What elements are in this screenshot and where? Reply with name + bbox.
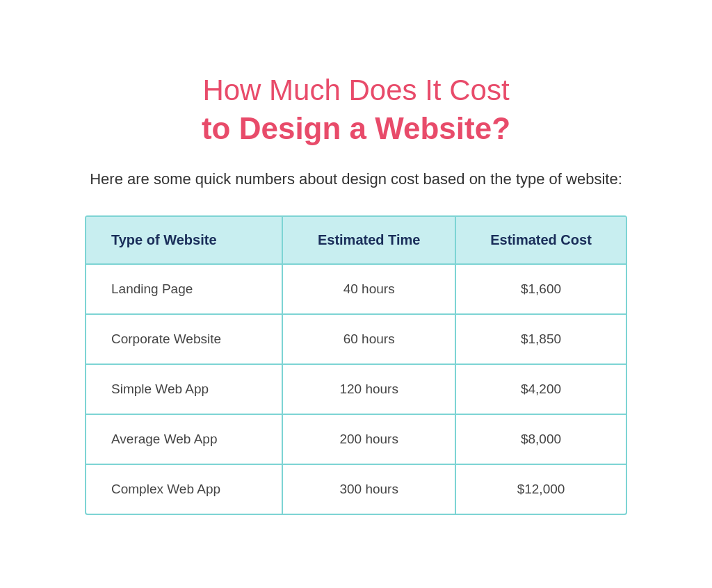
title-line1: How Much Does It Cost [85, 73, 627, 108]
cell-cost: $8,000 [455, 414, 626, 464]
table-body: Landing Page40 hours$1,600Corporate Webs… [86, 264, 626, 514]
cell-type: Simple Web App [86, 364, 282, 414]
cell-cost: $1,850 [455, 314, 626, 364]
cell-time: 40 hours [282, 264, 455, 314]
table-row: Complex Web App300 hours$12,000 [86, 464, 626, 514]
main-container: How Much Does It Cost to Design a Websit… [71, 45, 641, 543]
cell-type: Landing Page [86, 264, 282, 314]
table-row: Landing Page40 hours$1,600 [86, 264, 626, 314]
table-header-row: Type of Website Estimated Time Estimated… [86, 217, 626, 264]
cell-time: 200 hours [282, 414, 455, 464]
cell-type: Complex Web App [86, 464, 282, 514]
table-row: Corporate Website60 hours$1,850 [86, 314, 626, 364]
title-line2: to Design a Website? [85, 108, 627, 148]
cell-time: 300 hours [282, 464, 455, 514]
col-header-type: Type of Website [86, 217, 282, 264]
table-row: Simple Web App120 hours$4,200 [86, 364, 626, 414]
pricing-table: Type of Website Estimated Time Estimated… [86, 217, 626, 514]
table-row: Average Web App200 hours$8,000 [86, 414, 626, 464]
col-header-cost: Estimated Cost [455, 217, 626, 264]
cell-type: Corporate Website [86, 314, 282, 364]
cell-time: 60 hours [282, 314, 455, 364]
cell-type: Average Web App [86, 414, 282, 464]
subtitle: Here are some quick numbers about design… [85, 168, 627, 190]
cell-cost: $12,000 [455, 464, 626, 514]
col-header-time: Estimated Time [282, 217, 455, 264]
pricing-table-wrapper: Type of Website Estimated Time Estimated… [85, 215, 627, 515]
cell-cost: $1,600 [455, 264, 626, 314]
cell-time: 120 hours [282, 364, 455, 414]
cell-cost: $4,200 [455, 364, 626, 414]
